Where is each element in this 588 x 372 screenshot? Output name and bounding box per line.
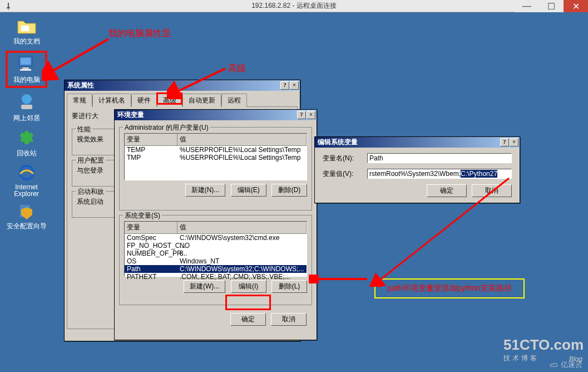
sys-vars-legend: 系统变量(S) [123,211,162,221]
var-name-label: 变量名(N): [323,154,367,163]
tab-remote[interactable]: 远程 [221,94,247,107]
desktop-icon-scw[interactable]: 安全配置向导 [6,202,47,229]
sys-new-button[interactable]: 新建(W)... [184,280,225,293]
minimize-button[interactable]: — [515,0,539,12]
rdp-titlebar: 192.168.2.82 - 远程桌面连接 — ☐ ✕ [0,0,588,12]
watermark-yisu: 亿速云 [549,360,582,370]
svg-rect-3 [22,67,29,69]
recycle-icon [16,128,38,148]
boot-legend: 启动和故 [76,187,106,197]
svg-rect-6 [21,105,32,109]
help-button[interactable]: ? [280,81,289,90]
sys-edit-button[interactable]: 编辑(I) [231,280,266,293]
tab-autoupdate[interactable]: 自动更新 [182,94,221,107]
list-item: NUMBER_OF_PR...8 [125,249,307,257]
network-icon [16,92,38,112]
var-name-input[interactable]: Path [367,153,512,163]
col-value[interactable]: 值 [177,134,307,145]
close-button[interactable]: ✕ [564,0,588,12]
sysprops-titlebar[interactable]: 系统属性 ?× [65,80,300,91]
list-item: TEMP%USERPROFILE%\Local Settings\Temp [125,146,307,154]
env-titlebar[interactable]: 环境变量 ?× [115,110,317,120]
user-edit-button[interactable]: 编辑(E) [231,184,266,197]
svg-rect-4 [20,69,31,71]
tab-general[interactable]: 常规 [67,94,92,107]
shield-wizard-icon [16,202,38,222]
sys-vars-listview[interactable]: 变量值 ComSpecC:\WINDOWS\system32\cmd.exe F… [124,221,307,277]
desktop-icon-recycle[interactable]: 回收站 [6,128,47,158]
var-value-label: 变量值(V): [323,169,367,179]
desktop-icon-label: 我的电脑 [9,75,44,85]
rdp-title: 192.168.2.82 - 远程桌面连接 [0,1,588,11]
list-item: FP_NO_HOST_C...NO [125,242,307,249]
desktop-icon-network[interactable]: 网上邻居 [6,92,47,123]
env-title: 环境变量 [116,110,144,120]
selected-text: C:\Python27 [461,170,497,178]
desktop-icon-label: 安全配置向导 [6,223,47,229]
folder-docs-icon [16,16,38,36]
annotation-path-text: path环境变量里添加python安装路径 [387,283,511,293]
list-item: ComSpecC:\WINDOWS\system32\cmd.exe [125,234,307,242]
tab-advanced[interactable]: 高级 [157,94,182,107]
svg-rect-2 [21,58,31,65]
desktop-icon-label: Internet Explorer [6,184,47,197]
ie-icon [16,163,38,183]
desktop-icon-label: 回收站 [6,149,47,158]
user-vars-listview[interactable]: 变量值 TEMP%USERPROFILE%\Local Settings\Tem… [124,133,307,180]
edit-system-variable-dialog: 编辑系统变量 ?× 变量名(N): Path 变量值(V): rstemRoot… [314,136,520,203]
desktop-icon-computer[interactable]: 我的电脑 [6,51,47,88]
env-ok-button[interactable]: 确定 [230,313,266,326]
annotation-advanced: 高级 [228,63,246,75]
svg-point-5 [22,94,32,104]
tab-hardware[interactable]: 硬件 [131,94,157,107]
list-item: TMP%USERPROFILE%\Local Settings\Temp [125,154,307,161]
col-value[interactable]: 值 [177,222,307,233]
close-button[interactable]: × [510,138,518,146]
perf-legend: 性能 [76,125,92,134]
desktop-icon-label: 我的文档 [6,37,47,46]
editvar-ok-button[interactable]: 确定 [427,184,467,197]
editvar-cancel-button[interactable]: 取消 [472,184,512,197]
desktop-icon-label: 网上邻居 [6,114,47,123]
tab-computername[interactable]: 计算机名 [92,94,131,107]
annotation-computer-props: 我的电脑属性里 [108,28,171,40]
desktop-icon-docs[interactable]: 我的文档 [6,16,47,46]
desktop-icons: 我的文档 我的电脑 网上邻居 回收站 Internet Explorer 安全配… [6,16,47,234]
list-item: PATHEXT.COM;.EXE;.BAT;.CMD;.VBS;.VBE;... [125,273,307,281]
sysprops-tabs: 常规 计算机名 硬件 高级 自动更新 远程 [67,94,298,107]
computer-icon [16,54,38,74]
editvar-titlebar[interactable]: 编辑系统变量 ?× [315,137,520,148]
var-value-input[interactable]: rstemRoot%\System32\Wbem;C:\Python27 [367,169,512,179]
annotation-path-box: path环境变量里添加python安装路径 [374,278,525,298]
close-button[interactable]: × [307,111,315,119]
user-legend: 用户配置 [76,156,106,165]
maximize-button[interactable]: ☐ [539,0,564,12]
col-variable[interactable]: 变量 [125,134,177,145]
environment-variables-dialog: 环境变量 ?× Administrator 的用户变量(U) 变量值 TEMP%… [114,109,317,340]
help-button[interactable]: ? [297,111,306,119]
list-item: OSWindows_NT [125,257,307,265]
desktop-icon-ie[interactable]: Internet Explorer [6,163,47,197]
col-variable[interactable]: 变量 [125,222,177,233]
editvar-title: 编辑系统变量 [316,138,358,147]
user-new-button[interactable]: 新建(N)... [185,184,226,197]
sys-delete-button[interactable]: 删除(L) [271,280,307,293]
env-cancel-button[interactable]: 取消 [271,313,307,326]
sysprops-title: 系统属性 [66,81,94,90]
help-button[interactable]: ? [500,138,509,146]
user-delete-button[interactable]: 删除(D) [271,184,307,197]
user-vars-legend: Administrator 的用户变量(U) [123,123,210,133]
close-button[interactable]: × [290,81,299,90]
list-item-path: PathC:\WINDOWS\system32;C:\WINDOWS;... [125,265,307,273]
